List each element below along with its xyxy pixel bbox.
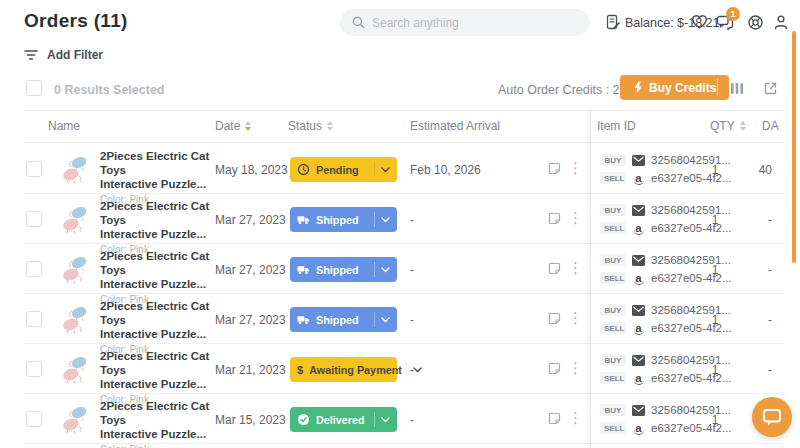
product-thumbnail[interactable] [58, 202, 92, 236]
add-filter-label: Add Filter [47, 48, 103, 62]
search-bar[interactable] [340, 9, 590, 36]
status-badge[interactable]: $ Shipped [290, 207, 397, 232]
chevron-down-icon [374, 412, 390, 427]
row-menu-icon[interactable]: ⋮ [568, 157, 582, 179]
row-menu-icon[interactable]: ⋮ [568, 307, 582, 329]
product-title-line2: Interactive Puzzle... [100, 328, 206, 340]
add-filter-button[interactable]: Add Filter [24, 48, 103, 62]
dollar-icon: $ [297, 363, 303, 376]
amazon-icon: a [632, 323, 645, 333]
row-menu-icon[interactable]: ⋮ [568, 257, 582, 279]
date-sort-icon[interactable] [245, 121, 251, 131]
order-date: Mar 27, 2023 [215, 263, 286, 277]
status-badge[interactable]: $ Shipped [290, 307, 397, 332]
account-icon[interactable] [772, 13, 790, 31]
estimated-arrival: - [410, 313, 414, 327]
status-label: Shipped [316, 214, 370, 226]
product-info[interactable]: 2Pieces Electric Cat ToysInteractive Puz… [100, 399, 214, 448]
chat-fab-button[interactable] [752, 397, 792, 437]
heart-icon[interactable] [690, 13, 708, 31]
da-value: - [744, 213, 772, 227]
fixed-column-divider [590, 110, 591, 448]
billing-icon[interactable] [604, 13, 622, 31]
chevron-down-icon [374, 262, 390, 277]
clock-icon [297, 163, 310, 176]
row-checkbox[interactable] [26, 411, 42, 427]
mail-icon [632, 205, 645, 216]
amazon-icon: a [632, 173, 645, 183]
status-sort-icon[interactable] [327, 121, 333, 131]
row-checkbox[interactable] [26, 211, 42, 227]
product-title-line2: Interactive Puzzle... [100, 178, 206, 190]
help-icon[interactable] [746, 13, 764, 31]
buy-credits-button[interactable]: Buy Credits [620, 75, 729, 100]
product-title-line2: Interactive Puzzle... [100, 228, 206, 240]
status-badge[interactable]: $ Delivered [290, 407, 397, 432]
status-label: Awaiting Payment [309, 364, 402, 376]
results-selected-label: 0 Results Selected [54, 83, 164, 97]
product-title-line1: 2Pieces Electric Cat Toys [100, 300, 209, 326]
chevron-down-icon [374, 212, 390, 227]
col-header-estimated-arrival: Estimated Arrival [410, 119, 500, 133]
row-menu-icon[interactable]: ⋮ [568, 207, 582, 229]
order-date: Mar 27, 2023 [215, 313, 286, 327]
note-icon[interactable] [547, 361, 562, 376]
amazon-icon: a [632, 273, 645, 283]
lightning-icon [633, 81, 643, 94]
product-thumbnail[interactable] [58, 252, 92, 286]
product-title-line2: Interactive Puzzle... [100, 428, 206, 440]
note-icon[interactable] [547, 261, 562, 276]
product-thumbnail[interactable] [58, 302, 92, 336]
status-badge[interactable]: $ Pending [290, 157, 397, 182]
toolbar-divider [717, 79, 718, 96]
product-title-line1: 2Pieces Electric Cat Toys [100, 150, 209, 176]
qty-sort-icon[interactable] [740, 121, 746, 131]
table-top-border [24, 110, 784, 111]
row-checkbox[interactable] [26, 161, 42, 177]
product-thumbnail[interactable] [58, 152, 92, 186]
select-all-checkbox[interactable] [26, 80, 42, 96]
amazon-icon: a [632, 423, 645, 433]
note-icon[interactable] [547, 161, 562, 176]
columns-icon[interactable] [729, 80, 745, 96]
note-icon[interactable] [547, 211, 562, 226]
buy-credits-label: Buy Credits [649, 81, 716, 95]
status-badge[interactable]: $ Awaiting Payment [290, 357, 397, 382]
table-row: 2Pieces Electric Cat ToysInteractive Puz… [0, 244, 800, 294]
row-checkbox[interactable] [26, 361, 42, 377]
vertical-scrollbar[interactable] [792, 31, 796, 263]
col-header-date[interactable]: Date [215, 119, 251, 133]
product-thumbnail[interactable] [58, 352, 92, 386]
check-icon [297, 413, 310, 426]
orders-table-body: 2Pieces Electric Cat ToysInteractive Puz… [0, 144, 800, 444]
estimated-arrival: - [410, 263, 414, 277]
status-label: Delivered [316, 414, 370, 426]
truck-icon [297, 263, 310, 276]
table-row: 2Pieces Electric Cat ToysInteractive Puz… [0, 344, 800, 394]
table-row: 2Pieces Electric Cat ToysInteractive Puz… [0, 394, 800, 444]
estimated-arrival: Feb 10, 2026 [410, 163, 481, 177]
note-icon[interactable] [547, 311, 562, 326]
col-header-name: Name [48, 119, 80, 133]
status-badge[interactable]: $ Shipped [290, 257, 397, 282]
product-title-line1: 2Pieces Electric Cat Toys [100, 200, 209, 226]
note-icon[interactable] [547, 411, 562, 426]
sell-tag: SELL [600, 422, 626, 434]
table-header-border [24, 142, 784, 143]
col-header-qty[interactable]: QTY [710, 119, 746, 133]
search-input[interactable] [372, 16, 578, 30]
row-checkbox[interactable] [26, 311, 42, 327]
product-thumbnail[interactable] [58, 402, 92, 436]
row-menu-icon[interactable]: ⋮ [568, 407, 582, 429]
estimated-arrival: - [410, 413, 414, 427]
estimated-arrival: - [410, 363, 414, 377]
chat-bubble-icon [762, 408, 782, 426]
order-date: Mar 27, 2023 [215, 213, 286, 227]
chevron-down-icon [374, 162, 390, 177]
order-date: Mar 15, 2023 [215, 413, 286, 427]
row-menu-icon[interactable]: ⋮ [568, 357, 582, 379]
col-header-status[interactable]: Status [288, 119, 333, 133]
export-icon[interactable] [762, 80, 778, 96]
estimated-arrival: - [410, 213, 414, 227]
row-checkbox[interactable] [26, 261, 42, 277]
